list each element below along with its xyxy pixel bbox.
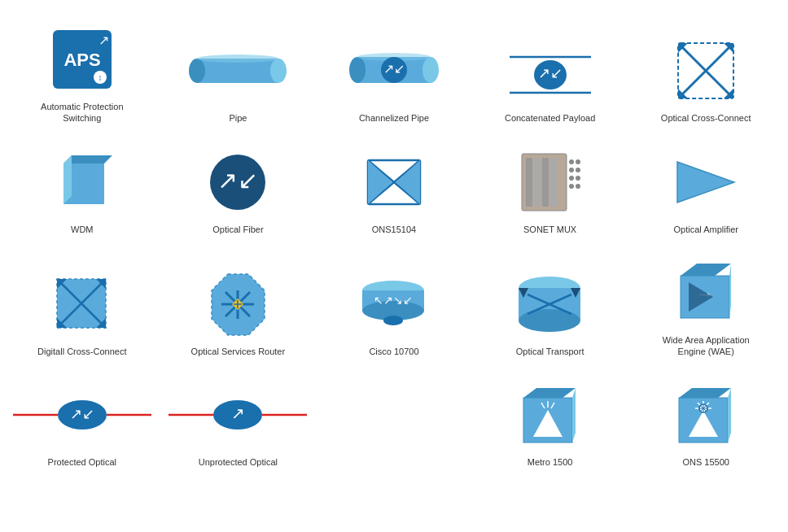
pipe-label: Pipe	[229, 112, 247, 124]
channelized-pipe-label: Channelized Pipe	[359, 112, 429, 124]
svg-text:↗↙: ↗↙	[538, 65, 563, 81]
svg-marker-80	[729, 264, 731, 318]
svg-text:↗: ↗	[98, 33, 109, 47]
list-item[interactable]: ONS15104	[320, 139, 468, 242]
svg-point-48	[576, 184, 580, 189]
optical-cross-connect-label: Optical Cross-Connect	[661, 112, 751, 124]
svg-rect-40	[550, 158, 557, 207]
list-item[interactable]: ↗ Unprotected Optical	[164, 372, 313, 474]
list-item[interactable]: ↖↗↘↙ Cisco 10700	[320, 250, 468, 364]
metro-1500-label: Metro 1500	[528, 456, 573, 468]
svg-point-7	[270, 59, 287, 83]
optical-transport-icon	[515, 268, 584, 341]
svg-marker-99	[679, 388, 731, 398]
list-item[interactable]: → Wide Area ApplicationEngine (WAE)	[632, 250, 780, 364]
svg-text:↗↙: ↗↙	[383, 62, 405, 76]
list-item[interactable]: ↗↙ Protected Optical	[8, 372, 156, 474]
ons-15500-icon	[672, 378, 739, 451]
svg-point-44	[576, 168, 580, 172]
svg-rect-38	[534, 158, 541, 207]
wdm-icon	[47, 146, 116, 219]
optical-fiber-label: Optical Fiber	[212, 224, 263, 235]
list-item[interactable]: Optical Cross-Connect	[632, 16, 780, 131]
list-item[interactable]: Optical Amplifier	[632, 139, 780, 242]
wdm-label: WDM	[71, 224, 94, 235]
list-item[interactable]: Optical Services Router	[164, 250, 313, 364]
svg-point-8	[197, 55, 278, 63]
svg-point-42	[576, 159, 580, 164]
unprotected-optical-label: Unprotected Optical	[199, 456, 278, 468]
svg-marker-93	[572, 388, 576, 443]
svg-point-45	[569, 176, 574, 181]
protected-optical-icon: ↗↙	[13, 378, 151, 451]
aps-icon: APS ↗ ↕	[53, 23, 112, 96]
icon-grid: APS ↗ ↕ Automatic ProtectionSwitching	[0, 0, 788, 491]
svg-point-11	[422, 57, 439, 83]
svg-point-6	[189, 59, 205, 83]
svg-marker-34	[368, 160, 392, 204]
list-item[interactable]: WDM	[8, 139, 156, 242]
list-item[interactable]: Optical Transport	[476, 250, 624, 364]
protected-optical-label: Protected Optical	[48, 456, 116, 468]
unprotected-optical-icon: ↗	[169, 378, 307, 451]
svg-point-10	[349, 57, 366, 83]
list-item[interactable]: Digitall Cross-Connect	[8, 250, 156, 364]
list-item[interactable]: ONS 15500	[632, 372, 780, 474]
optical-fiber-icon: ↗↙	[208, 146, 267, 219]
svg-text:↗↙: ↗↙	[217, 167, 258, 194]
list-item[interactable]: Pipe	[164, 16, 313, 131]
svg-rect-37	[526, 158, 532, 207]
svg-text:↗↙: ↗↙	[70, 406, 94, 422]
aps-label: Automatic ProtectionSwitching	[41, 101, 124, 124]
sonet-mux-icon	[518, 146, 583, 219]
concatenated-payload-icon: ↗↙	[501, 34, 599, 107]
list-item[interactable]: SONET MUX	[476, 139, 624, 242]
optical-cross-connect-icon	[676, 34, 735, 107]
svg-point-41	[569, 159, 574, 164]
svg-marker-49	[677, 162, 734, 203]
list-item[interactable]: APS ↗ ↕ Automatic ProtectionSwitching	[8, 16, 156, 131]
list-item[interactable]: ↗↙ Concatenated Payload	[476, 16, 624, 131]
svg-text:↗: ↗	[231, 404, 245, 422]
list-item[interactable]: ↗↙ Optical Fiber	[164, 139, 313, 242]
digital-cross-connect-icon	[49, 268, 116, 341]
pipe-icon	[189, 34, 287, 107]
svg-rect-39	[542, 158, 549, 207]
ons-15500-label: ONS 15500	[682, 456, 729, 468]
wae-icon: →	[672, 256, 739, 329]
list-item-empty	[320, 372, 468, 474]
optical-services-router-icon	[204, 268, 273, 341]
optical-transport-label: Optical Transport	[516, 346, 584, 357]
concatenated-payload-label: Concatenated Payload	[505, 112, 595, 124]
svg-text:↖↗↘↙: ↖↗↘↙	[374, 294, 413, 307]
svg-point-47	[569, 184, 574, 189]
metro-1500-icon	[517, 378, 584, 451]
svg-marker-35	[396, 160, 420, 204]
ons15104-icon	[365, 146, 423, 219]
svg-point-70	[383, 316, 403, 325]
svg-marker-100	[728, 388, 731, 443]
optical-services-router-label: Optical Services Router	[191, 346, 286, 357]
svg-point-43	[569, 168, 574, 172]
cisco-10700-label: Cisco 10700	[369, 346, 418, 357]
cisco-10700-icon: ↖↗↘↙	[359, 268, 428, 341]
wae-label: Wide Area ApplicationEngine (WAE)	[663, 334, 750, 358]
svg-marker-79	[681, 264, 731, 276]
svg-text:APS: APS	[63, 50, 100, 70]
list-item[interactable]: ↗↙ Channelized Pipe	[320, 16, 468, 131]
optical-amplifier-label: Optical Amplifier	[673, 224, 738, 235]
digital-cross-connect-label: Digitall Cross-Connect	[37, 346, 126, 357]
optical-amplifier-icon	[673, 146, 738, 219]
sonet-mux-label: SONET MUX	[523, 224, 576, 235]
svg-point-46	[576, 176, 580, 181]
svg-text:↕: ↕	[98, 73, 102, 82]
svg-point-73	[519, 309, 580, 332]
ons15104-label: ONS15104	[372, 224, 416, 235]
channelized-pipe-icon: ↗↙	[349, 34, 439, 107]
svg-marker-92	[523, 388, 576, 398]
svg-marker-28	[63, 155, 72, 204]
list-item[interactable]: Metro 1500	[476, 372, 624, 474]
